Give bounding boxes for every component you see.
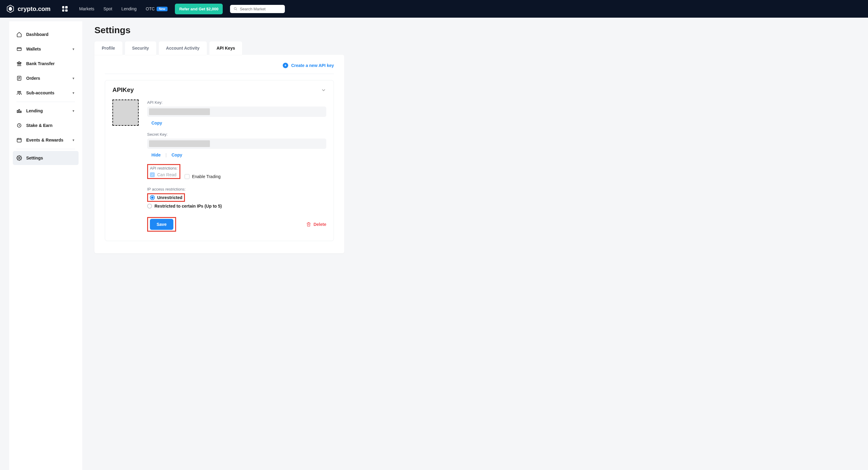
can-read-checkbox[interactable]: ✓: [150, 172, 155, 177]
home-icon: [17, 32, 22, 37]
search-icon: [234, 7, 237, 11]
sidebar-item-bank-transfer[interactable]: Bank Transfer: [13, 57, 79, 71]
can-read-label: Can Read: [157, 172, 177, 177]
crypto-logo-icon: [6, 5, 14, 13]
enable-trading-label: Enable Trading: [192, 174, 221, 179]
orders-icon: [17, 75, 22, 81]
sidebar-label: Bank Transfer: [26, 61, 55, 66]
nav-otc-label: OTC: [146, 6, 155, 11]
delete-api-key-link[interactable]: Delete: [306, 222, 326, 227]
tab-profile[interactable]: Profile: [94, 41, 122, 55]
api-key-value-row: [147, 106, 326, 117]
save-highlight: Save: [147, 217, 176, 232]
trash-icon: [306, 222, 311, 227]
api-restrictions-label: API restrictions:: [150, 166, 178, 170]
page-title: Settings: [94, 25, 344, 35]
copy-secret-link[interactable]: Copy: [172, 153, 182, 157]
secret-key-value-row: [147, 138, 326, 149]
separator: |: [165, 153, 167, 157]
enable-trading-checkbox[interactable]: [185, 174, 189, 179]
svg-point-19: [19, 157, 20, 159]
restricted-radio[interactable]: [147, 204, 152, 208]
nav-lending[interactable]: Lending: [121, 6, 136, 11]
svg-point-9: [18, 91, 19, 93]
svg-rect-11: [17, 110, 18, 113]
ip-restrictions-label: IP access restrictions:: [147, 187, 326, 192]
svg-rect-13: [21, 111, 21, 113]
secret-key-label: Secret Key:: [147, 132, 326, 137]
nav-markets[interactable]: Markets: [79, 6, 94, 11]
content-area: Settings Profile Security Account Activi…: [82, 18, 356, 470]
api-restrictions-highlight: API restrictions: ✓ Can Read: [147, 164, 180, 179]
sidebar-item-subaccounts[interactable]: Sub-accounts ▼: [13, 86, 79, 100]
wallet-icon: [17, 46, 22, 52]
api-key-card-title: APIKey: [113, 87, 134, 94]
sidebar-label: Orders: [26, 76, 40, 81]
calendar-icon: [17, 137, 22, 143]
unrestricted-radio[interactable]: [150, 195, 155, 200]
svg-rect-15: [17, 138, 21, 142]
sidebar-label: Lending: [26, 108, 43, 113]
create-api-key-link[interactable]: + Create a new API key: [105, 63, 334, 74]
copy-api-key-link[interactable]: Copy: [151, 121, 162, 126]
sidebar: Dashboard Wallets ▼ Bank Transfer Orders…: [9, 21, 82, 470]
chevron-down-icon: ▼: [72, 109, 75, 113]
sidebar-item-orders[interactable]: Orders ▼: [13, 71, 79, 85]
gear-icon: [17, 155, 22, 161]
lending-icon: [17, 108, 22, 113]
chevron-down-icon: ▼: [72, 47, 75, 51]
qr-code-image: [113, 100, 138, 126]
brand-logo[interactable]: crypto.com: [6, 5, 51, 13]
sidebar-label: Dashboard: [26, 32, 49, 37]
chevron-down-icon: ▼: [72, 91, 75, 95]
unrestricted-label: Unrestricted: [157, 195, 182, 200]
svg-marker-1: [9, 7, 12, 11]
sidebar-label: Sub-accounts: [26, 91, 55, 95]
bank-icon: [17, 61, 22, 66]
piggy-icon: [17, 123, 22, 128]
api-key-masked-value: [149, 108, 210, 115]
refer-cta-button[interactable]: Refer and Get $2,000: [175, 4, 223, 14]
header-nav: Markets Spot Lending OTC New: [79, 6, 168, 11]
save-button[interactable]: Save: [150, 219, 173, 230]
secret-key-masked-value: [149, 140, 210, 147]
api-key-card: APIKey API Key: Copy Secret Key:: [105, 80, 334, 241]
svg-point-2: [234, 7, 237, 9]
top-bar: crypto.com Markets Spot Lending OTC New …: [0, 0, 868, 18]
brand-name: crypto.com: [18, 5, 51, 12]
delete-label: Delete: [313, 222, 326, 227]
search-market[interactable]: [230, 5, 285, 13]
svg-point-10: [20, 91, 21, 93]
chevron-down-icon: ▼: [72, 77, 75, 80]
sidebar-item-stake[interactable]: Stake & Earn: [13, 119, 79, 132]
svg-rect-12: [19, 109, 20, 113]
tab-api-keys[interactable]: API Keys: [209, 41, 243, 55]
sidebar-label: Settings: [26, 156, 43, 160]
sidebar-item-dashboard[interactable]: Dashboard: [13, 27, 79, 41]
unrestricted-highlight: Unrestricted: [147, 193, 185, 202]
sidebar-label: Events & Rewards: [26, 138, 63, 142]
search-input[interactable]: [240, 7, 281, 11]
sidebar-item-events[interactable]: Events & Rewards ▼: [13, 133, 79, 147]
sidebar-item-lending[interactable]: Lending ▼: [13, 104, 79, 118]
apps-grid-icon[interactable]: [62, 6, 68, 11]
plus-circle-icon: +: [283, 63, 288, 68]
tab-account-activity[interactable]: Account Activity: [159, 41, 207, 55]
new-badge: New: [157, 7, 168, 11]
api-keys-panel: + Create a new API key APIKey API Key:: [94, 55, 344, 253]
chevron-down-icon: ▼: [72, 138, 75, 142]
sidebar-item-settings[interactable]: Settings: [13, 151, 79, 165]
api-key-label: API Key:: [147, 100, 326, 105]
sidebar-label: Wallets: [26, 46, 41, 52]
restricted-label: Restricted to certain IPs (Up to 5): [154, 204, 222, 208]
create-label: Create a new API key: [291, 63, 334, 68]
chevron-down-icon[interactable]: [321, 87, 326, 93]
tab-security[interactable]: Security: [125, 41, 156, 55]
sidebar-item-wallets[interactable]: Wallets ▼: [13, 42, 79, 56]
settings-tabs: Profile Security Account Activity API Ke…: [94, 41, 344, 55]
nav-otc[interactable]: OTC New: [146, 6, 167, 11]
hide-secret-link[interactable]: Hide: [151, 153, 161, 157]
svg-rect-4: [17, 48, 21, 51]
users-icon: [17, 90, 22, 96]
nav-spot[interactable]: Spot: [103, 6, 113, 11]
